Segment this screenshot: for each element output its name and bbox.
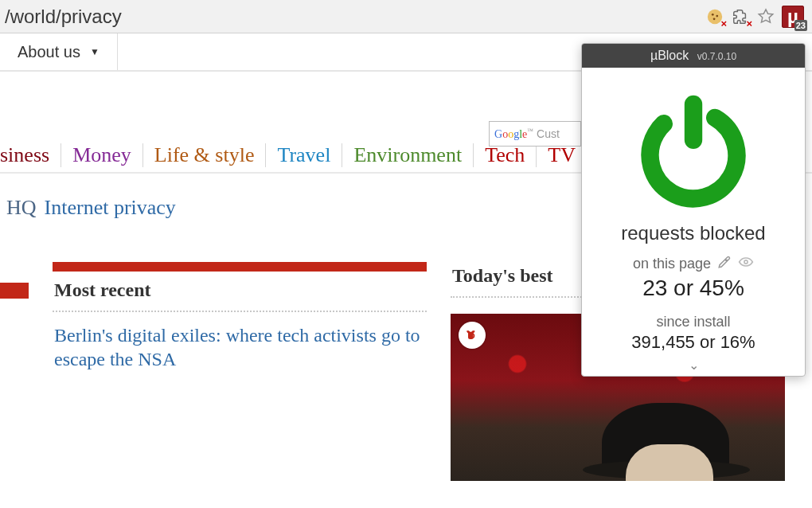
about-us-label: About us — [18, 43, 80, 61]
photo-face-shape — [626, 444, 713, 481]
article-headline[interactable]: Berlin's digital exiles: where tech acti… — [53, 312, 427, 371]
svg-point-1 — [712, 13, 714, 15]
eyedropper-icon[interactable] — [717, 255, 732, 273]
eye-icon[interactable] — [738, 254, 754, 274]
google-logo: Google™ — [494, 127, 533, 141]
red-accent-bar — [53, 262, 427, 272]
puzzle-extension-icon[interactable]: × — [731, 7, 750, 26]
nav-item-money[interactable]: Money — [72, 143, 131, 167]
svg-point-3 — [713, 18, 716, 20]
nav-separator — [536, 143, 537, 167]
search-placeholder: Cust — [537, 127, 560, 140]
video-play-icon — [459, 322, 486, 349]
nav-separator — [142, 143, 143, 167]
nav-item-environment[interactable]: Environment — [353, 143, 462, 167]
install-blocked-count: 391,455 or 16% — [582, 332, 805, 353]
browser-url-bar: /world/privacy × × µ 23 — [0, 0, 812, 33]
svg-point-2 — [716, 14, 718, 17]
ublock-power-button[interactable] — [582, 68, 805, 221]
ublock-name: µBlock — [650, 49, 689, 62]
nav-item-life-style[interactable]: Life & style — [154, 143, 255, 167]
ublock-version: v0.7.0.10 — [697, 51, 736, 62]
nav-item-tv[interactable]: TV — [548, 143, 576, 167]
nav-separator — [473, 143, 474, 167]
most-recent-column: Most recent Berlin's digital exiles: whe… — [53, 262, 427, 481]
svg-rect-7 — [685, 96, 702, 149]
on-this-page-row: on this page — [582, 254, 805, 274]
about-us-dropdown[interactable]: About us ▼ — [0, 33, 118, 70]
svg-point-5 — [470, 334, 474, 338]
close-x-icon: × — [720, 18, 727, 29]
url-text: /world/privacy — [5, 6, 122, 28]
svg-point-8 — [744, 260, 748, 264]
nav-separator — [265, 143, 266, 167]
left-gutter — [0, 262, 29, 481]
extension-icons: × × µ 23 — [705, 6, 804, 28]
nav-separator — [342, 143, 342, 167]
requests-blocked-label: requests blocked — [582, 222, 805, 244]
ublock-badge-count: 23 — [794, 20, 807, 31]
ublock-popup: µBlock v0.7.0.10 requests blocked on thi… — [581, 43, 806, 377]
cookie-extension-icon[interactable]: × — [705, 7, 724, 26]
chevron-down-icon: ▼ — [90, 46, 100, 57]
url-path: /world/privacy — [5, 6, 122, 27]
photo-hat-shape — [602, 403, 729, 475]
on-this-page-label: on this page — [633, 256, 711, 272]
chevron-down-icon[interactable]: ⌄ — [582, 358, 805, 376]
nav-separator — [61, 143, 61, 167]
google-custom-search[interactable]: Google™ Cust — [489, 121, 581, 147]
nav-item-travel[interactable]: Travel — [277, 143, 330, 167]
red-accent-block — [0, 283, 29, 299]
ublock-popup-header: µBlock v0.7.0.10 — [582, 44, 805, 68]
breadcrumb-hq[interactable]: HQ — [6, 196, 37, 220]
nav-item-siness[interactable]: siness — [0, 143, 49, 167]
most-recent-heading: Most recent — [53, 278, 427, 312]
breadcrumb-privacy[interactable]: Internet privacy — [45, 196, 176, 220]
since-install-label: since install — [582, 314, 805, 330]
close-x-icon: × — [746, 18, 752, 29]
page-blocked-count: 23 or 45% — [582, 275, 805, 301]
ublock-extension-icon[interactable]: µ 23 — [782, 6, 804, 28]
nav-item-tech[interactable]: Tech — [485, 143, 525, 167]
star-bookmark-icon[interactable] — [756, 7, 775, 26]
svg-point-0 — [708, 9, 722, 23]
